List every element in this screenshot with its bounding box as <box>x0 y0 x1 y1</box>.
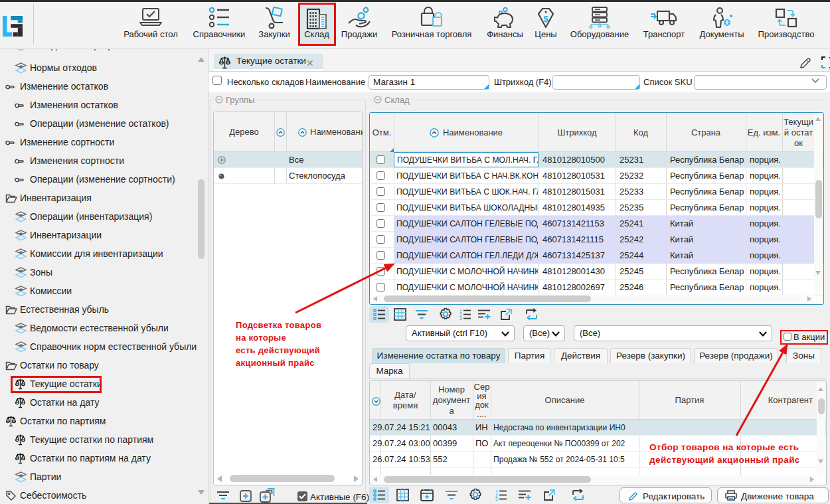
svg-text:$: $ <box>543 14 548 24</box>
svg-text:3: 3 <box>495 497 498 501</box>
svg-text:3: 3 <box>459 316 462 320</box>
